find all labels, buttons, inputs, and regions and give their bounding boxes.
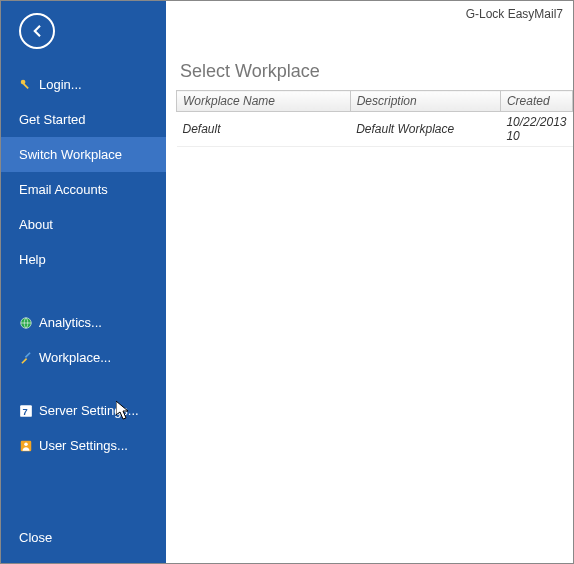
app-window: Login... Get Started Switch Workplace Em… <box>0 0 574 564</box>
sidebar-item-email-accounts[interactable]: Email Accounts <box>1 172 166 207</box>
workplace-table: Workplace Name Description Created Defau… <box>176 90 573 147</box>
table-header-row: Workplace Name Description Created <box>177 91 573 112</box>
sidebar-item-switch-workplace[interactable]: Switch Workplace <box>1 137 166 172</box>
sidebar-spacer <box>1 375 166 393</box>
sidebar-item-label: Email Accounts <box>19 182 108 197</box>
sidebar-item-workplace[interactable]: Workplace... <box>1 340 166 375</box>
sidebar-item-label: About <box>19 217 53 232</box>
app-title: G-Lock EasyMail7 <box>466 7 563 21</box>
tools-icon <box>19 351 33 365</box>
sidebar-item-close[interactable]: Close <box>1 516 166 563</box>
key-icon <box>19 78 33 92</box>
svg-point-7 <box>24 442 28 446</box>
svg-text:7: 7 <box>23 406 28 416</box>
sidebar-item-label: Switch Workplace <box>19 147 122 162</box>
arrow-left-icon <box>28 22 46 40</box>
sidebar-item-analytics[interactable]: Analytics... <box>1 305 166 340</box>
sidebar-item-label: Analytics... <box>39 315 102 330</box>
cell-description: Default Workplace <box>350 112 500 147</box>
back-button[interactable] <box>19 13 55 49</box>
content: Select Workplace Workplace Name Descript… <box>166 1 573 147</box>
sidebar-item-label: Close <box>19 530 52 545</box>
globe-icon <box>19 316 33 330</box>
sidebar: Login... Get Started Switch Workplace Em… <box>1 1 166 563</box>
sidebar-item-label: Help <box>19 252 46 267</box>
sidebar-item-login[interactable]: Login... <box>1 67 166 102</box>
sidebar-item-label: Login... <box>39 77 82 92</box>
page-heading: Select Workplace <box>176 61 573 82</box>
column-header-description[interactable]: Description <box>350 91 500 112</box>
svg-rect-1 <box>23 83 29 89</box>
sidebar-item-label: Workplace... <box>39 350 111 365</box>
sidebar-item-server-settings[interactable]: 7 Server Settings... <box>1 393 166 428</box>
sidebar-item-help[interactable]: Help <box>1 242 166 277</box>
sidebar-item-get-started[interactable]: Get Started <box>1 102 166 137</box>
sidebar-item-label: Get Started <box>19 112 85 127</box>
sidebar-spacer <box>1 277 166 305</box>
sidebar-item-label: Server Settings... <box>39 403 139 418</box>
column-header-name[interactable]: Workplace Name <box>177 91 351 112</box>
cell-created: 10/22/2013 10 <box>500 112 572 147</box>
cell-name: Default <box>177 112 351 147</box>
sidebar-item-user-settings[interactable]: User Settings... <box>1 428 166 463</box>
sidebar-item-label: User Settings... <box>39 438 128 453</box>
table-row[interactable]: Default Default Workplace 10/22/2013 10 <box>177 112 573 147</box>
seven-icon: 7 <box>19 404 33 418</box>
column-header-created[interactable]: Created <box>500 91 572 112</box>
user-icon <box>19 439 33 453</box>
main-panel: G-Lock EasyMail7 Select Workplace Workpl… <box>166 1 573 563</box>
sidebar-item-about[interactable]: About <box>1 207 166 242</box>
